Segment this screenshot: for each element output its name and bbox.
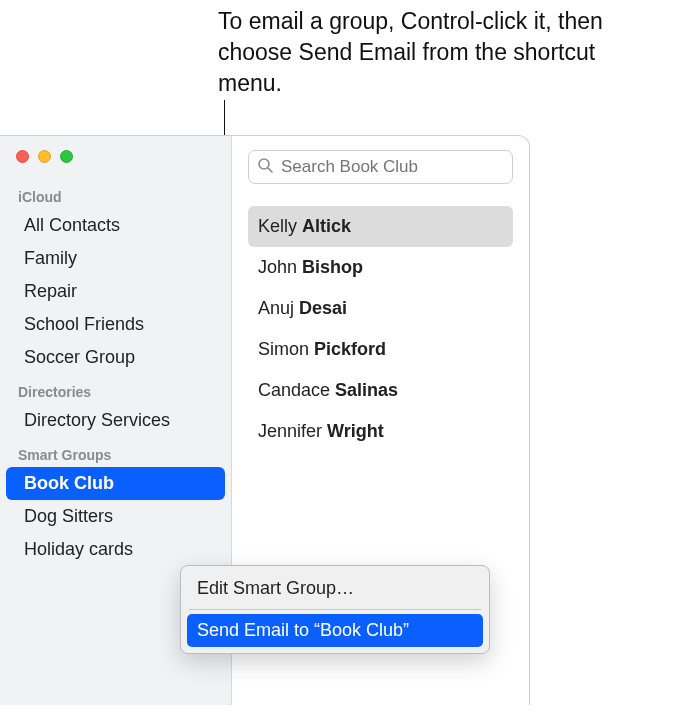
contact-row[interactable]: John Bishop xyxy=(248,247,513,288)
svg-line-1 xyxy=(268,168,272,172)
contact-row[interactable]: Kelly Altick xyxy=(248,206,513,247)
minimize-window-button[interactable] xyxy=(38,150,51,163)
sidebar-item-all-contacts[interactable]: All Contacts xyxy=(6,209,225,242)
contact-row[interactable]: Anuj Desai xyxy=(248,288,513,329)
menu-separator xyxy=(189,609,481,610)
contact-first: Kelly xyxy=(258,216,297,236)
search-icon xyxy=(257,157,273,177)
contact-first: Jennifer xyxy=(258,421,322,441)
contact-first: John xyxy=(258,257,297,277)
sidebar-item-repair[interactable]: Repair xyxy=(6,275,225,308)
contact-row[interactable]: Simon Pickford xyxy=(248,329,513,370)
menu-item-send-email[interactable]: Send Email to “Book Club” xyxy=(187,614,483,647)
contact-first: Candace xyxy=(258,380,330,400)
search-input[interactable] xyxy=(279,156,504,178)
contact-last: Altick xyxy=(302,216,351,236)
sidebar-section-icloud: iCloud xyxy=(0,179,231,209)
window-controls xyxy=(0,144,231,179)
contact-last: Wright xyxy=(327,421,384,441)
sidebar-item-book-club[interactable]: Book Club xyxy=(6,467,225,500)
search-field[interactable] xyxy=(248,150,513,184)
contact-row[interactable]: Candace Salinas xyxy=(248,370,513,411)
sidebar-section-directories: Directories xyxy=(0,374,231,404)
sidebar-item-family[interactable]: Family xyxy=(6,242,225,275)
sidebar-item-holiday-cards[interactable]: Holiday cards xyxy=(6,533,225,566)
contact-first: Simon xyxy=(258,339,309,359)
contact-last: Bishop xyxy=(302,257,363,277)
context-menu: Edit Smart Group… Send Email to “Book Cl… xyxy=(180,565,490,654)
contact-last: Desai xyxy=(299,298,347,318)
sidebar-item-school-friends[interactable]: School Friends xyxy=(6,308,225,341)
contact-first: Anuj xyxy=(258,298,294,318)
menu-item-edit-smart-group[interactable]: Edit Smart Group… xyxy=(187,572,483,605)
sidebar-item-dog-sitters[interactable]: Dog Sitters xyxy=(6,500,225,533)
sidebar-section-smart-groups: Smart Groups xyxy=(0,437,231,467)
contact-last: Salinas xyxy=(335,380,398,400)
zoom-window-button[interactable] xyxy=(60,150,73,163)
sidebar-item-soccer-group[interactable]: Soccer Group xyxy=(6,341,225,374)
contact-last: Pickford xyxy=(314,339,386,359)
contact-row[interactable]: Jennifer Wright xyxy=(248,411,513,452)
sidebar-item-directory-services[interactable]: Directory Services xyxy=(6,404,225,437)
close-window-button[interactable] xyxy=(16,150,29,163)
help-caption: To email a group, Control-click it, then… xyxy=(218,6,638,99)
